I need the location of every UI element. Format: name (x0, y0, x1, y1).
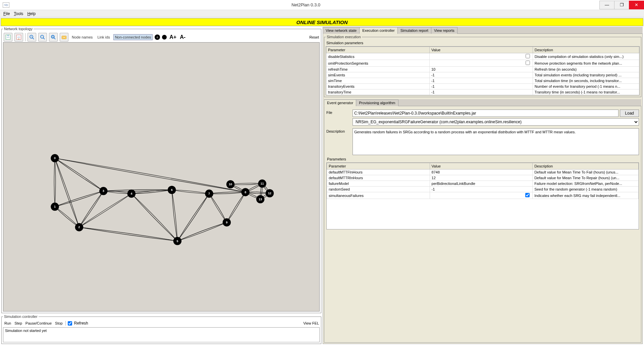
cell-value[interactable]: -1 (429, 78, 533, 84)
cell-value[interactable]: -1 (429, 84, 533, 89)
tab-provisioning-algorithm[interactable]: Provisioning algorithm (356, 99, 398, 106)
cell-parameter: failureModel (327, 181, 430, 187)
menu-tools[interactable]: Tools (12, 11, 25, 17)
graph-node[interactable]: 6 (168, 186, 176, 194)
graph-node[interactable]: 0 (51, 154, 59, 162)
table-row[interactable]: defaultMTTFInHours8748Default value for … (327, 169, 639, 175)
pause-continue-button[interactable]: Pause/Continue (25, 321, 52, 326)
font-decrease[interactable]: A- (179, 34, 186, 40)
snapshot-icon[interactable] (60, 33, 68, 42)
import-xml-icon[interactable]: </> (4, 33, 12, 42)
tab-event-generator[interactable]: Event generator (324, 99, 356, 106)
zoom-fit-icon[interactable] (49, 33, 58, 42)
cell-value[interactable] (429, 53, 533, 60)
cell-parameter: transitoryEvents (326, 84, 430, 89)
step-button[interactable]: Step (14, 321, 23, 326)
value-checkbox[interactable] (525, 193, 530, 197)
table-row[interactable]: failureModelperBidirectionalLinkBundleFa… (327, 181, 639, 187)
graph-node[interactable]: 1 (51, 203, 59, 211)
generator-select[interactable]: NRSim_EG_exponentialSRGFailureGenerator … (353, 118, 639, 126)
cell-value[interactable] (430, 192, 533, 199)
cell-description: Total simulation time (in seconds, inclu… (533, 78, 639, 84)
col-parameter[interactable]: Parameter (326, 47, 430, 53)
table-row[interactable]: randomSeed-1Seed for the random generato… (327, 187, 639, 192)
minimize-button[interactable]: — (599, 1, 614, 9)
graph-edge (172, 190, 177, 241)
table-row[interactable]: simTime-1Total simulation time (in secon… (326, 78, 639, 84)
graph-node[interactable]: 2 (75, 223, 84, 231)
topology-canvas[interactable]: 012345678910111213 (3, 42, 320, 312)
toggle-link-ids[interactable]: Link ids (96, 34, 111, 40)
graph-node[interactable]: 8 (241, 188, 250, 196)
col-description[interactable]: Description (533, 47, 639, 53)
cell-description: Number of events for transitory period (… (533, 84, 639, 89)
maximize-button[interactable]: ❐ (614, 1, 629, 9)
toggle-non-connected-nodes[interactable]: Non-connected nodes (113, 34, 153, 40)
generator-params-section: Parameters Parameter Value Description d… (326, 156, 639, 340)
export-xml-icon[interactable]: </> (14, 33, 23, 42)
node-style-icon[interactable] (162, 35, 167, 40)
table-row[interactable]: transitoryTime-1Transitory time (in seco… (326, 89, 639, 95)
cell-value[interactable]: -1 (430, 187, 533, 192)
refresh-checkbox[interactable] (68, 321, 72, 326)
tab-view-reports[interactable]: View reports (431, 27, 458, 34)
topology-graph: 012345678910111213 (3, 43, 319, 311)
table-row[interactable]: simultaneousFailuresIndicates whether ea… (327, 192, 639, 199)
cell-value[interactable]: 8748 (430, 169, 533, 175)
simulation-execution-fieldset: Simulation execution Simulation paramete… (324, 35, 641, 97)
table-row[interactable]: omitProtectionSegmentsRemove protection … (326, 60, 639, 67)
col-value[interactable]: Value (430, 163, 533, 169)
generator-parameters-table-wrap: Parameter Value Description defaultMTTFI… (326, 162, 639, 229)
graph-node[interactable]: 11 (258, 180, 266, 188)
tab-simulation-report[interactable]: Simulation report (397, 27, 431, 34)
col-value[interactable]: Value (429, 47, 533, 53)
value-checkbox[interactable] (526, 61, 530, 65)
load-button[interactable]: Load (620, 110, 639, 117)
graph-node[interactable]: 12 (266, 189, 274, 198)
tab-view-network-state[interactable]: View network state (323, 27, 360, 34)
table-row[interactable]: transitoryEvents-1Number of events for t… (326, 84, 639, 89)
cell-description: Default value for Mean Time To Repair (h… (533, 175, 639, 181)
graph-edge (227, 192, 246, 222)
svg-text:11: 11 (261, 182, 264, 185)
run-button[interactable]: Run (4, 321, 12, 326)
cell-value[interactable]: -1 (429, 89, 533, 95)
close-button[interactable]: ✕ (629, 1, 644, 9)
graph-node[interactable]: 4 (127, 190, 136, 198)
menu-help[interactable]: Help (25, 11, 38, 17)
table-row[interactable]: defaultMTTRInHours12Default value for Me… (327, 175, 639, 181)
table-row[interactable]: disableStatisticsDisable compilation of … (326, 53, 639, 60)
zoom-in-icon[interactable]: + (28, 33, 36, 42)
cell-parameter: randomSeed (327, 187, 430, 192)
col-parameter[interactable]: Parameter (327, 163, 430, 169)
graph-edge (79, 191, 103, 227)
cell-value[interactable]: perBidirectionalLinkBundle (430, 181, 533, 187)
view-fel-button[interactable]: View FEL (303, 321, 319, 325)
cell-value[interactable]: 10 (429, 67, 533, 72)
cell-parameter: defaultMTTFInHours (327, 169, 430, 175)
reset-button[interactable]: Reset (309, 35, 319, 39)
window-titlebar: n2p Net2Plan 0.3.0 — ❐ ✕ (0, 0, 644, 10)
graph-node[interactable]: 5 (173, 237, 182, 245)
toggle-node-names[interactable]: Node names (70, 34, 94, 40)
tab-execution-controller[interactable]: Execution controller (359, 27, 398, 34)
cell-value[interactable] (429, 60, 533, 67)
menu-file[interactable]: File (1, 11, 12, 17)
graph-node[interactable]: 10 (226, 180, 235, 189)
graph-edge (55, 207, 79, 227)
cell-value[interactable]: 12 (430, 175, 533, 181)
col-description[interactable]: Description (533, 163, 639, 169)
table-row[interactable]: refreshTime10Refresh time (in seconds) (326, 67, 639, 72)
cell-value[interactable]: -1 (429, 72, 533, 78)
description-row: Description Generates random failures in… (326, 128, 639, 155)
graph-node[interactable]: 13 (256, 195, 265, 204)
font-increase[interactable]: A+ (169, 34, 177, 40)
file-input[interactable] (353, 110, 619, 117)
table-row[interactable]: simEvents-1Total simulation events (incl… (326, 72, 639, 78)
stop-button[interactable]: Stop (54, 321, 63, 326)
graph-node[interactable]: 7 (205, 190, 213, 198)
graph-node[interactable]: 9 (223, 218, 231, 227)
value-checkbox[interactable] (526, 54, 530, 58)
graph-node[interactable]: 3 (99, 187, 108, 195)
zoom-out-icon[interactable]: − (38, 33, 47, 42)
